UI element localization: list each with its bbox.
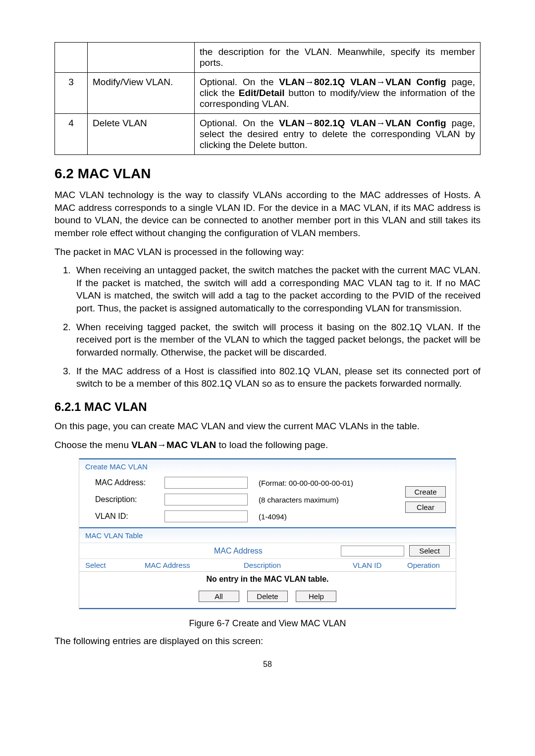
paragraph-menu-path: Choose the menu VLAN→MAC VLAN to load th… (54, 439, 481, 452)
no-entry-text: No entry in the MAC VLAN table. (79, 572, 456, 587)
step-desc-cont: the description for the VLAN. Meanwhile,… (195, 43, 481, 73)
step-num-blank (55, 43, 88, 73)
text: Choose the menu (54, 440, 131, 450)
closing-paragraph: The following entries are displayed on t… (54, 635, 481, 648)
mac-vlan-table-title: MAC VLAN Table (79, 528, 456, 543)
section-heading-6-2: 6.2 MAC VLAN (54, 166, 481, 182)
numbered-list: When receiving an untagged packet, the s… (54, 264, 481, 390)
page-number: 58 (54, 660, 481, 669)
list-item-2: When receiving tagged packet, the switch… (73, 321, 481, 359)
text: Optional. On the (200, 118, 279, 128)
list-item-3: If the MAC address of a Host is classifi… (73, 365, 481, 390)
search-mac-input[interactable] (341, 546, 404, 556)
step-desc-3: Optional. On the VLAN→802.1Q VLAN→VLAN C… (195, 73, 481, 114)
step-desc-4: Optional. On the VLAN→802.1Q VLAN→VLAN C… (195, 114, 481, 155)
col-mac-address: MAC Address (145, 561, 244, 569)
create-mac-vlan-title: Create MAC VLAN (79, 458, 456, 474)
mac-address-hint: (Format: 00-00-00-00-00-01) (259, 479, 391, 487)
figure-caption: Figure 6-7 Create and View MAC VLAN (54, 618, 481, 629)
col-vlan-id: VLAN ID (353, 561, 407, 569)
paragraph-process: The packet in MAC VLAN is processed in t… (54, 246, 481, 258)
description-input[interactable] (164, 494, 248, 505)
search-mac-label: MAC Address (85, 547, 263, 555)
mac-vlan-panel: Create MAC VLAN MAC Address: (Format: 00… (79, 458, 456, 609)
vlan-id-label: VLAN ID: (95, 512, 164, 521)
list-item-1: When receiving an untagged packet, the s… (73, 264, 481, 315)
mac-address-input[interactable] (164, 477, 248, 489)
menu-path: VLAN→MAC VLAN (131, 440, 216, 450)
col-operation: Operation (407, 561, 462, 569)
search-row: MAC Address Select (79, 543, 456, 558)
bold-edit: Edit/Detail (239, 88, 285, 98)
mac-address-label: MAC Address: (95, 478, 164, 487)
step-label-4: Delete VLAN (88, 114, 195, 155)
description-hint: (8 characters maximum) (259, 496, 391, 504)
description-label: Description: (95, 495, 164, 504)
text: to load the following page. (216, 440, 328, 450)
create-form: MAC Address: (Format: 00-00-00-00-00-01)… (79, 474, 456, 527)
col-description: Description (244, 561, 353, 569)
paragraph-intro: MAC VLAN technology is the way to classi… (54, 189, 481, 240)
col-select: Select (85, 561, 145, 569)
bold-path: VLAN→802.1Q VLAN→VLAN Config (279, 77, 446, 87)
step-num-4: 4 (55, 114, 88, 155)
clear-button[interactable]: Clear (405, 502, 446, 513)
table-header: Select MAC Address Description VLAN ID O… (79, 558, 456, 572)
bold-path: VLAN→802.1Q VLAN→VLAN Config (279, 118, 446, 128)
subsection-heading-6-2-1: 6.2.1 MAC VLAN (54, 400, 481, 414)
create-button[interactable]: Create (405, 486, 446, 498)
text: Optional. On the (200, 77, 279, 87)
select-button[interactable]: Select (409, 545, 450, 556)
step-label-blank (88, 43, 195, 73)
delete-button[interactable]: Delete (247, 591, 288, 602)
table-buttons: All Delete Help (79, 587, 456, 609)
paragraph-page-desc: On this page, you can create MAC VLAN an… (54, 420, 481, 433)
step-num-3: 3 (55, 73, 88, 114)
help-button[interactable]: Help (296, 591, 336, 602)
step-label-3: Modify/View VLAN. (88, 73, 195, 114)
vlan-id-input[interactable] (164, 510, 248, 522)
all-button[interactable]: All (199, 591, 239, 602)
steps-table: the description for the VLAN. Meanwhile,… (54, 42, 481, 155)
vlan-id-hint: (1-4094) (259, 512, 391, 521)
